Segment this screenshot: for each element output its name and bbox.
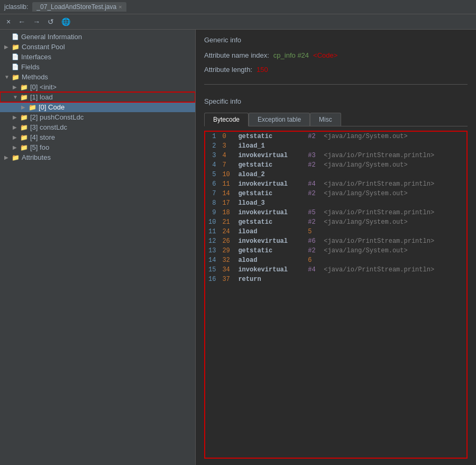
offset: 34 xyxy=(219,265,235,275)
line-number: 6 xyxy=(205,179,219,189)
table-row: 510aload_2 xyxy=(205,170,466,179)
sidebar-item-interfaces[interactable]: 📄Interfaces xyxy=(0,52,195,62)
folder-icon-constant-pool: 📁 xyxy=(12,43,20,51)
table-row: 611invokevirtual#4<java/io/PrintStream.p… xyxy=(205,179,466,189)
offset: 32 xyxy=(219,256,235,265)
sidebar-item-method-foo[interactable]: ▶📁[5] foo xyxy=(0,142,195,152)
file-icon-interfaces: 📄 xyxy=(12,53,19,60)
sidebar-item-method-init[interactable]: ▶📁[0] <init> xyxy=(0,82,195,92)
mnemonic: invokevirtual xyxy=(235,179,305,189)
ref: 5 xyxy=(305,227,321,236)
line-number: 7 xyxy=(205,189,219,198)
tab-bytecode[interactable]: Bytecode xyxy=(204,113,249,126)
arrow-icon-method-constLdc: ▶ xyxy=(13,124,20,130)
divider xyxy=(204,84,468,85)
ref: #2 xyxy=(305,217,321,227)
offset: 18 xyxy=(219,208,235,217)
comment: <java/io/PrintStream.println> xyxy=(321,236,466,246)
ref: #3 xyxy=(305,151,321,160)
folder-icon-method-load: 📁 xyxy=(20,94,28,101)
offset: 10 xyxy=(219,170,235,179)
offset: 29 xyxy=(219,246,235,256)
comment: <java/lang/System.out> xyxy=(321,132,466,141)
offset: 21 xyxy=(219,217,235,227)
file-tab-close-icon[interactable]: × xyxy=(118,4,122,10)
offset: 3 xyxy=(219,141,235,151)
tabs-row: BytecodeException tableMisc xyxy=(204,113,468,126)
folder-icon-method-store: 📁 xyxy=(20,134,28,141)
tab-exception-table[interactable]: Exception table xyxy=(249,113,310,126)
sidebar-item-constant-pool[interactable]: ▶📁Constant Pool xyxy=(0,42,195,52)
specific-info-title: Specific info xyxy=(204,97,468,105)
table-row: 1534invokevirtual#4<java/io/PrintStream.… xyxy=(205,265,466,275)
arrow-icon-method-load-code: ▶ xyxy=(21,104,29,110)
sidebar-item-method-pushConstLdc[interactable]: ▶📁[2] pushConstLdc xyxy=(0,112,195,122)
offset: 17 xyxy=(219,198,235,208)
sidebar-item-method-load[interactable]: ▼📁[1] load xyxy=(0,92,195,102)
comment: <java/lang/System.out> xyxy=(321,246,466,256)
ref: #4 xyxy=(305,265,321,275)
attribute-length-label: Attribute length: xyxy=(204,66,252,74)
offset: 4 xyxy=(219,151,235,160)
line-number: 16 xyxy=(205,275,219,284)
close-button[interactable]: × xyxy=(4,16,13,27)
comment: <java/lang/System.out> xyxy=(321,217,466,227)
table-row: 918invokevirtual#5<java/io/PrintStream.p… xyxy=(205,208,466,217)
table-row: 1637return xyxy=(205,275,466,284)
ref: #5 xyxy=(305,208,321,217)
mnemonic: getstatic xyxy=(235,246,305,256)
refresh-button[interactable]: ↺ xyxy=(45,16,56,27)
folder-icon-method-pushConstLdc: 📁 xyxy=(20,114,28,121)
arrow-icon-method-init: ▶ xyxy=(13,84,20,90)
content-pane: Generic info Attribute name index: cp_in… xyxy=(196,30,476,465)
file-tab[interactable]: _07_LoadAndStoreTest.java × xyxy=(32,2,126,12)
folder-icon-method-load-code: 📁 xyxy=(29,104,36,111)
offset: 0 xyxy=(219,132,235,141)
mnemonic: getstatic xyxy=(235,160,305,170)
sidebar-label-interfaces: Interfaces xyxy=(21,53,51,61)
attribute-name-value-angle: <Code> xyxy=(313,51,337,59)
sidebar-item-method-load-code[interactable]: ▶📁[0] Code xyxy=(0,102,195,112)
sidebar-item-method-store[interactable]: ▶📁[4] store xyxy=(0,132,195,142)
back-button[interactable]: ← xyxy=(16,16,28,27)
file-icon-general-info: 📄 xyxy=(12,33,19,40)
line-number: 14 xyxy=(205,256,219,265)
ref: #2 xyxy=(305,189,321,198)
attribute-length-value: 150 xyxy=(257,66,268,74)
sidebar-item-fields[interactable]: 📄Fields xyxy=(0,62,195,72)
folder-icon-method-constLdc: 📁 xyxy=(20,124,28,131)
attribute-name-value-green: cp_info #24 xyxy=(273,51,309,59)
offset: 26 xyxy=(219,236,235,246)
mnemonic: getstatic xyxy=(235,132,305,141)
line-number: 11 xyxy=(205,227,219,236)
sidebar-label-method-pushConstLdc: [2] pushConstLdc xyxy=(30,113,84,121)
mnemonic: getstatic xyxy=(235,189,305,198)
sidebar-item-attributes[interactable]: ▶📁Attributes xyxy=(0,152,195,162)
sidebar-label-attributes: Attributes xyxy=(22,153,51,161)
ref: #6 xyxy=(305,236,321,246)
ref-empty xyxy=(305,275,321,284)
sidebar-item-method-constLdc[interactable]: ▶📁[3] constLdc xyxy=(0,122,195,132)
line-number: 2 xyxy=(205,141,219,151)
bytecode-container: 10getstatic#2<java/lang/System.out>23ilo… xyxy=(204,131,468,459)
table-row: 1124iload5 xyxy=(205,227,466,236)
mnemonic: lload_3 xyxy=(235,198,305,208)
attribute-length-row: Attribute length: 150 xyxy=(204,66,468,74)
sidebar-item-general-info[interactable]: 📄General Information xyxy=(0,32,195,42)
tab-misc[interactable]: Misc xyxy=(310,113,341,126)
arrow-icon-methods: ▼ xyxy=(4,74,12,80)
line-number: 3 xyxy=(205,151,219,160)
offset: 7 xyxy=(219,160,235,170)
table-row: 47getstatic#2<java/lang/System.out> xyxy=(205,160,466,170)
offset: 37 xyxy=(219,275,235,284)
folder-icon-methods: 📁 xyxy=(12,74,20,81)
ref-empty xyxy=(305,141,321,151)
forward-button[interactable]: → xyxy=(31,16,42,27)
table-row: 1432aload6 xyxy=(205,256,466,265)
globe-button[interactable]: 🌐 xyxy=(59,16,72,27)
table-row: 23iload_1 xyxy=(205,141,466,151)
folder-icon-attributes: 📁 xyxy=(12,154,20,161)
folder-icon-method-foo: 📁 xyxy=(20,144,28,151)
sidebar-item-methods[interactable]: ▼📁Methods xyxy=(0,72,195,82)
table-row: 817lload_3 xyxy=(205,198,466,208)
